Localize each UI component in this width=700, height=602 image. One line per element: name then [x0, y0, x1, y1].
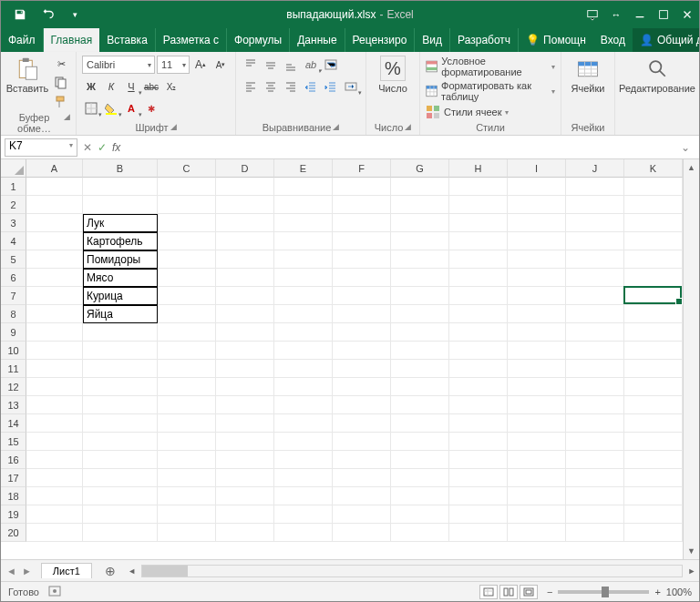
col-header-B[interactable]: B [83, 159, 158, 178]
cell-C1[interactable] [158, 178, 216, 196]
row-header-13[interactable]: 13 [1, 396, 26, 414]
cell-A13[interactable] [26, 396, 83, 414]
col-header-C[interactable]: C [158, 159, 216, 178]
col-header-K[interactable]: K [624, 159, 683, 178]
shrink-font-icon[interactable]: A▾ [211, 56, 230, 74]
cell-J15[interactable] [566, 433, 624, 451]
cell-B20[interactable] [83, 524, 158, 542]
cell-J3[interactable] [566, 214, 624, 232]
sync-icon[interactable]: ↔ [604, 3, 628, 26]
cell-B17[interactable] [83, 469, 158, 487]
cell-I3[interactable] [508, 214, 566, 232]
tab-signin[interactable]: Вход [593, 28, 633, 52]
cell-H8[interactable] [449, 305, 508, 323]
cell-J6[interactable] [566, 269, 624, 287]
cell-I8[interactable] [508, 305, 566, 323]
cell-G20[interactable] [391, 524, 449, 542]
cell-B16[interactable] [83, 451, 158, 469]
cell-K19[interactable] [624, 505, 683, 524]
cell-H18[interactable] [449, 487, 508, 505]
cell-F6[interactable] [333, 269, 391, 287]
tab-data[interactable]: Данные [290, 28, 345, 52]
cell-D18[interactable] [216, 487, 274, 505]
cell-G18[interactable] [391, 487, 449, 505]
cell-H17[interactable] [449, 469, 508, 487]
col-header-H[interactable]: H [449, 159, 508, 178]
cell-E4[interactable] [274, 232, 333, 250]
cell-C8[interactable] [158, 305, 216, 323]
cell-B6[interactable]: Мясо [83, 269, 158, 287]
cell-E17[interactable] [274, 469, 333, 487]
cells-button[interactable]: Ячейки [567, 56, 609, 94]
cell-G12[interactable] [391, 378, 449, 396]
tab-share[interactable]: 👤Общий доступ [633, 28, 700, 52]
cell-E11[interactable] [274, 360, 333, 378]
align-left-icon[interactable] [242, 77, 260, 96]
cell-I16[interactable] [508, 451, 566, 469]
cell-J4[interactable] [566, 232, 624, 250]
cell-I4[interactable] [508, 232, 566, 250]
cell-F1[interactable] [333, 178, 391, 196]
cell-styles-button[interactable]: Стили ячеек▾ [426, 105, 555, 119]
cell-C4[interactable] [158, 232, 216, 250]
cell-J11[interactable] [566, 360, 624, 378]
cell-B15[interactable] [83, 433, 158, 451]
fill-color-icon[interactable] [102, 99, 120, 117]
align-launcher[interactable]: ◢ [333, 122, 339, 133]
cell-G8[interactable] [391, 305, 449, 323]
cell-A7[interactable] [26, 287, 83, 305]
cell-I6[interactable] [508, 269, 566, 287]
cell-A12[interactable] [26, 378, 83, 396]
copy-icon[interactable] [52, 75, 70, 91]
fx-icon[interactable]: fx [112, 141, 120, 154]
row-header-9[interactable]: 9 [1, 323, 26, 342]
cell-F16[interactable] [333, 451, 391, 469]
cell-C7[interactable] [158, 287, 216, 305]
row-header-11[interactable]: 11 [1, 360, 26, 378]
align-top-icon[interactable] [242, 56, 260, 74]
format-table-button[interactable]: Форматировать как таблицу▾ [426, 80, 555, 102]
cell-A17[interactable] [26, 469, 83, 487]
cell-K16[interactable] [624, 451, 683, 469]
underline-button[interactable]: Ч [122, 77, 140, 96]
sheet-nav-next[interactable]: ► [22, 566, 32, 576]
cell-F11[interactable] [333, 360, 391, 378]
cell-G16[interactable] [391, 451, 449, 469]
name-box[interactable]: K7 [5, 138, 77, 157]
cell-K10[interactable] [624, 342, 683, 360]
cell-J10[interactable] [566, 342, 624, 360]
cell-A15[interactable] [26, 433, 83, 451]
cell-I10[interactable] [508, 342, 566, 360]
col-header-A[interactable]: A [26, 159, 83, 178]
cell-E15[interactable] [274, 433, 333, 451]
tab-layout[interactable]: Разметка с [156, 28, 227, 52]
cell-J14[interactable] [566, 414, 624, 433]
cell-K15[interactable] [624, 433, 683, 451]
cell-F20[interactable] [333, 524, 391, 542]
cell-A1[interactable] [26, 178, 83, 196]
col-header-D[interactable]: D [216, 159, 274, 178]
strike-button[interactable]: abc [142, 77, 160, 96]
cell-A2[interactable] [26, 196, 83, 214]
cell-D16[interactable] [216, 451, 274, 469]
cell-I18[interactable] [508, 487, 566, 505]
cell-C13[interactable] [158, 396, 216, 414]
cell-G5[interactable] [391, 250, 449, 269]
formula-input[interactable] [126, 138, 670, 157]
col-header-I[interactable]: I [508, 159, 566, 178]
align-mid-icon[interactable] [262, 56, 280, 74]
number-launcher[interactable]: ◢ [405, 122, 411, 133]
cell-B7[interactable]: Курица [83, 287, 158, 305]
formula-expand-icon[interactable]: ⌄ [675, 141, 695, 154]
merge-icon[interactable] [342, 77, 360, 96]
cell-D2[interactable] [216, 196, 274, 214]
cell-G13[interactable] [391, 396, 449, 414]
cell-C18[interactable] [158, 487, 216, 505]
tab-home[interactable]: Главная [44, 28, 100, 52]
cell-E3[interactable] [274, 214, 333, 232]
row-header-5[interactable]: 5 [1, 250, 26, 269]
cell-D7[interactable] [216, 287, 274, 305]
super-sub-icon[interactable]: X₂ [162, 77, 180, 96]
sheet-tab[interactable]: Лист1 [41, 563, 92, 578]
maximize-icon[interactable] [652, 3, 675, 26]
